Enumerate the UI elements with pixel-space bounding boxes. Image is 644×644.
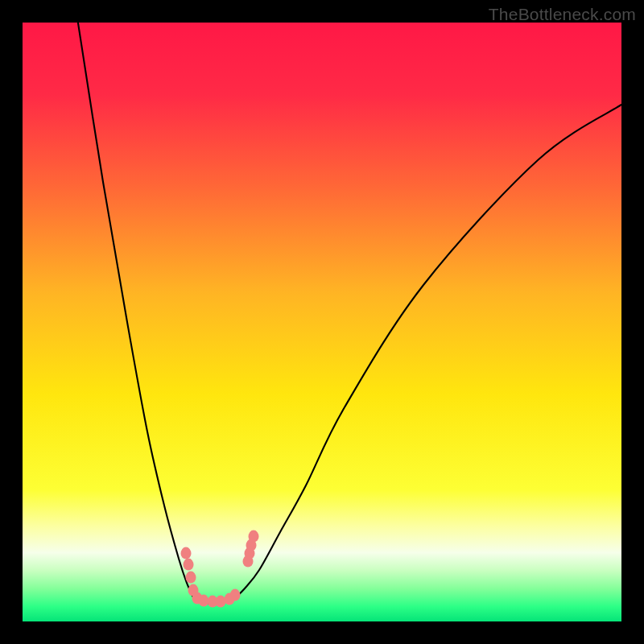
- bead-marker: [248, 530, 258, 542]
- plot-frame: [23, 23, 621, 621]
- gradient-bg: [23, 23, 621, 621]
- bead-marker: [229, 588, 240, 601]
- watermark-text: TheBottleneck.com: [489, 5, 636, 24]
- bead-marker: [180, 547, 191, 559]
- bead-marker: [184, 559, 194, 571]
- plot-svg: [23, 23, 621, 621]
- bead-marker: [185, 572, 196, 584]
